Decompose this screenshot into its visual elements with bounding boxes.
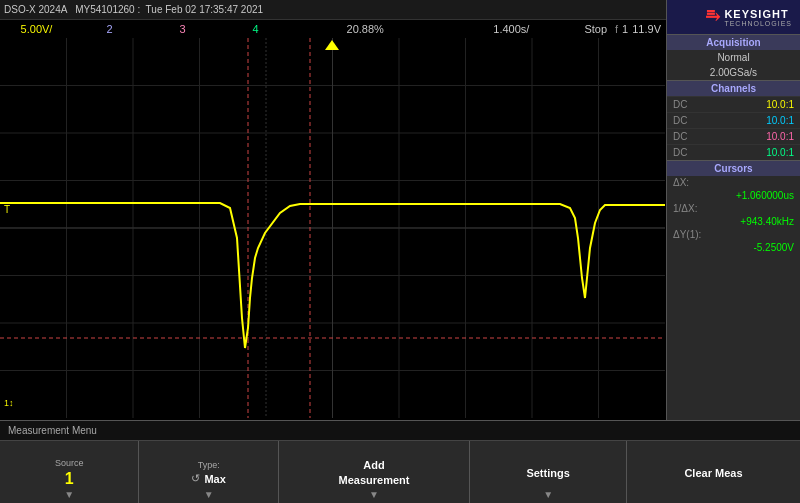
cursor-1dx-row: 1/ΔX: <box>667 202 800 215</box>
ch1-dc-label: DC <box>673 99 695 110</box>
right-panel: ⥱ KEYSIGHT TECHNOLOGIES Acquisition Norm… <box>666 0 800 420</box>
timebase-percent: 20.88% <box>292 23 438 35</box>
svg-marker-21 <box>325 40 339 50</box>
ch2-marker: 2 <box>73 23 146 35</box>
ch1-value: 10.0:1 <box>766 99 794 110</box>
cursor-dy-value: -5.2500V <box>753 242 794 253</box>
ch3-marker: 3 <box>146 23 219 35</box>
cursor-1dx-value: +943.40kHz <box>740 216 794 227</box>
cursor-dy-label: ΔY(1): <box>673 229 701 240</box>
cursor-dx-value-row: +1.060000us <box>667 189 800 202</box>
scope-display: T 1↕ <box>0 38 665 418</box>
ch3-value: 10.0:1 <box>766 131 794 142</box>
grid-svg: T 1↕ <box>0 38 665 418</box>
source-button[interactable]: Source 1 ▼ <box>0 441 139 503</box>
measurement-buttons: Source 1 ▼ Type: ↺ Max ▼ AddMeasurement … <box>0 441 800 503</box>
device-info: DSO-X 2024A MY54101260 : Tue Feb 02 17:3… <box>4 4 263 15</box>
svg-text:1↕: 1↕ <box>4 398 14 408</box>
acquisition-header: Acquisition <box>667 34 800 50</box>
add-measurement-button[interactable]: AddMeasurement ▼ <box>279 441 470 503</box>
keysight-mark: ⥱ <box>705 6 720 28</box>
ch2-dc-label: DC <box>673 115 695 126</box>
ch2-value: 10.0:1 <box>766 115 794 126</box>
channel-row-4: DC 10.0:1 <box>667 144 800 160</box>
channels-header: Channels <box>667 80 800 96</box>
time-scale: 1.400s/ <box>438 23 584 35</box>
settings-button[interactable]: Settings ▼ <box>470 441 627 503</box>
source-arrow: ▼ <box>64 489 74 500</box>
measurement-bar: Measurement Menu Source 1 ▼ Type: ↺ Max … <box>0 420 800 503</box>
cursor-dx-value: +1.060000us <box>736 190 794 201</box>
type-refresh-icon: ↺ <box>191 472 200 485</box>
ch4-value: 10.0:1 <box>766 147 794 158</box>
cursor-dy-row: ΔY(1): <box>667 228 800 241</box>
ch4-marker: 4 <box>219 23 292 35</box>
add-measurement-label: AddMeasurement <box>339 458 410 487</box>
settings-arrow: ▼ <box>543 489 553 500</box>
ch3-dc-label: DC <box>673 131 695 142</box>
clear-meas-label: Clear Meas <box>684 467 742 479</box>
keysight-sub: TECHNOLOGIES <box>724 20 792 27</box>
logo-area: ⥱ KEYSIGHT TECHNOLOGIES <box>667 0 800 34</box>
acq-mode: Normal <box>667 50 800 65</box>
cursor-dx-label: ΔX: <box>673 177 689 188</box>
keysight-name: KEYSIGHT <box>724 8 788 20</box>
cursors-header: Cursors <box>667 160 800 176</box>
trigger-icon: f <box>615 23 618 35</box>
channel-row-1: DC 10.0:1 <box>667 96 800 112</box>
ch4-dc-label: DC <box>673 147 695 158</box>
clear-meas-button[interactable]: Clear Meas <box>627 441 800 503</box>
source-label: Source <box>55 458 84 468</box>
settings-label: Settings <box>526 467 569 479</box>
type-value: Max <box>204 473 225 485</box>
cursor-dy-value-row: -5.2500V <box>667 241 800 254</box>
svg-text:T: T <box>4 204 10 215</box>
trigger-ch: 1 <box>622 23 628 35</box>
trigger-voltage: 11.9V <box>632 23 661 35</box>
cursor-dx-row: ΔX: <box>667 176 800 189</box>
type-button[interactable]: Type: ↺ Max ▼ <box>139 441 278 503</box>
measurement-menu-label: Measurement Menu <box>0 421 800 441</box>
channel-row-3: DC 10.0:1 <box>667 128 800 144</box>
channel-row-2: DC 10.0:1 <box>667 112 800 128</box>
stop-mode: Stop <box>584 23 607 35</box>
type-arrow: ▼ <box>204 489 214 500</box>
source-value: 1 <box>65 470 74 488</box>
scale-bar: 5.00V/ 2 3 4 20.88% 1.400s/ Stop f 1 11.… <box>0 20 665 38</box>
add-measurement-arrow: ▼ <box>369 489 379 500</box>
acq-rate: 2.00GSa/s <box>667 65 800 80</box>
cursor-1dx-value-row: +943.40kHz <box>667 215 800 228</box>
cursor-1dx-label: 1/ΔX: <box>673 203 697 214</box>
ch1-scale: 5.00V/ <box>0 23 73 35</box>
type-label: Type: <box>198 460 220 470</box>
